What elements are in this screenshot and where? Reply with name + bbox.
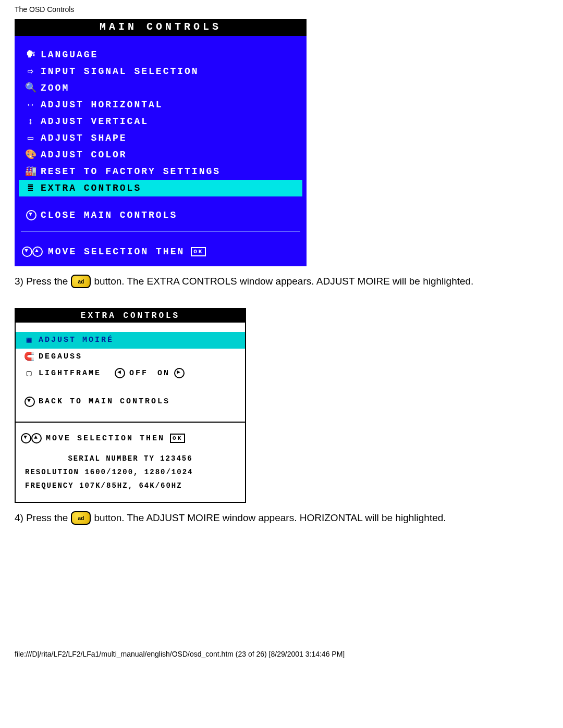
serial-number: SERIAL NUMBER TY 123456 bbox=[25, 452, 236, 465]
right-arrow-icon: ▶ bbox=[174, 368, 185, 378]
menu-item-extra-controls[interactable]: ≣EXTRA CONTROLS bbox=[19, 180, 302, 196]
lightframe-row[interactable]: ▢ LIGHTFRAME ◀ OFF ON ▶ bbox=[16, 365, 245, 382]
menu-item-icon: 🏭 bbox=[22, 164, 41, 179]
menu-item-label: ADJUST VERTICAL bbox=[41, 114, 149, 129]
menu-item-label: ZOOM bbox=[41, 81, 69, 95]
menu-item-icon: ▭ bbox=[22, 131, 41, 145]
extra-item-label: DEGAUSS bbox=[39, 351, 82, 363]
menu-item-reset-to-factory-settings[interactable]: 🏭RESET TO FACTORY SETTINGS bbox=[19, 163, 302, 180]
menu-item-label: ADJUST HORIZONTAL bbox=[41, 97, 163, 112]
page-header: The OSD Controls bbox=[15, 5, 548, 14]
lightframe-on: ON bbox=[157, 367, 170, 380]
lightframe-off: OFF bbox=[129, 367, 148, 380]
menu-item-icon: ↔ bbox=[22, 97, 41, 112]
instr3-part-a: 3) Press the bbox=[15, 276, 68, 287]
menu-item-label: ADJUST SHAPE bbox=[41, 131, 127, 145]
instruction-3: 3) Press the ad button. The EXTRA CONTRO… bbox=[15, 275, 548, 288]
menu-item-adjust-shape[interactable]: ▭ADJUST SHAPE bbox=[19, 130, 302, 146]
lightframe-icon: ▢ bbox=[21, 367, 39, 380]
extra-item-label: ADJUST MOIRÉ bbox=[39, 334, 114, 347]
menu-item-input-signal-selection[interactable]: ⇨INPUT SIGNAL SELECTION bbox=[19, 63, 302, 80]
menu-item-icon: ≣ bbox=[22, 181, 41, 195]
extra-controls-title: EXTRA CONTROLS bbox=[16, 309, 245, 323]
osd2-info: SERIAL NUMBER TY 123456 RESOLUTION 1600/… bbox=[16, 446, 245, 502]
frequency: FREQUENCY 107K/85HZ, 64K/60HZ bbox=[25, 479, 236, 492]
left-arrow-icon: ◀ bbox=[115, 368, 125, 378]
back-to-main[interactable]: ▼ BACK TO MAIN CONTROLS bbox=[16, 393, 245, 410]
menu-item-label: EXTRA CONTROLS bbox=[41, 181, 141, 195]
instruction-4: 4) Press the ad button. The ADJUST MOIRE… bbox=[15, 511, 548, 525]
menu-item-label: LANGUAGE bbox=[41, 47, 98, 62]
extra-item-adjust-moiré[interactable]: ▦ADJUST MOIRÉ bbox=[16, 332, 245, 349]
updown-icon: ▼▲ bbox=[22, 246, 43, 257]
menu-item-adjust-vertical[interactable]: ↕ADJUST VERTICAL bbox=[19, 113, 302, 130]
menu-item-language[interactable]: 🗣LANGUAGE bbox=[19, 46, 302, 63]
ok-button-icon: ad bbox=[71, 511, 91, 525]
extra-controls-osd: EXTRA CONTROLS ▦ADJUST MOIRÉ🧲DEGAUSS ▢ L… bbox=[15, 308, 246, 503]
menu-item-icon: 🔍 bbox=[22, 81, 41, 95]
osd2-footer: ▼▲ MOVE SELECTION THEN OK bbox=[16, 429, 245, 446]
osd1-footer: ▼▲ MOVE SELECTION THEN OK bbox=[19, 241, 302, 262]
menu-item-icon: ↕ bbox=[22, 114, 41, 129]
extra-item-icon: 🧲 bbox=[21, 351, 39, 363]
menu-item-label: INPUT SIGNAL SELECTION bbox=[41, 64, 199, 79]
extra-item-degauss[interactable]: 🧲DEGAUSS bbox=[16, 349, 245, 365]
menu-item-label: ADJUST COLOR bbox=[41, 147, 127, 162]
menu-item-icon: ⇨ bbox=[22, 64, 41, 79]
ok-button-icon: ad bbox=[71, 275, 91, 288]
instr4-part-b: button. The ADJUST MOIRE window appears.… bbox=[94, 512, 446, 524]
menu-item-adjust-horizontal[interactable]: ↔ADJUST HORIZONTAL bbox=[19, 96, 302, 113]
close-label: CLOSE MAIN CONTROLS bbox=[41, 208, 177, 223]
page-footer: file:///D|/rita/LF2/LF2/LFa1/multi_manua… bbox=[15, 650, 548, 658]
main-controls-osd: MAIN CONTROLS 🗣LANGUAGE⇨INPUT SIGNAL SEL… bbox=[15, 19, 307, 266]
menu-item-icon: 🎨 bbox=[22, 147, 41, 162]
main-controls-title: MAIN CONTROLS bbox=[15, 19, 307, 36]
back-icon: ▼ bbox=[21, 396, 39, 408]
menu-item-icon: 🗣 bbox=[22, 47, 41, 62]
ok-icon: OK bbox=[170, 434, 185, 443]
osd1-footer-text: MOVE SELECTION THEN bbox=[48, 246, 185, 257]
extra-item-icon: ▦ bbox=[21, 334, 39, 347]
back-label: BACK TO MAIN CONTROLS bbox=[39, 396, 170, 408]
menu-item-label: RESET TO FACTORY SETTINGS bbox=[41, 164, 221, 179]
menu-item-zoom[interactable]: 🔍ZOOM bbox=[19, 80, 302, 96]
osd2-footer-text: MOVE SELECTION THEN bbox=[46, 434, 165, 443]
menu-item-adjust-color[interactable]: 🎨ADJUST COLOR bbox=[19, 146, 302, 163]
lightframe-label: LIGHTFRAME bbox=[39, 367, 101, 380]
instr4-part-a: 4) Press the bbox=[15, 512, 68, 524]
instr3-part-b: button. The EXTRA CONTROLS window appear… bbox=[94, 276, 473, 287]
updown-icon: ▼▲ bbox=[21, 433, 42, 443]
ok-icon: OK bbox=[191, 247, 206, 256]
close-main-controls[interactable]: ▼ CLOSE MAIN CONTROLS bbox=[19, 207, 302, 224]
close-icon: ▼ bbox=[22, 208, 41, 223]
resolution: RESOLUTION 1600/1200, 1280/1024 bbox=[25, 465, 236, 479]
